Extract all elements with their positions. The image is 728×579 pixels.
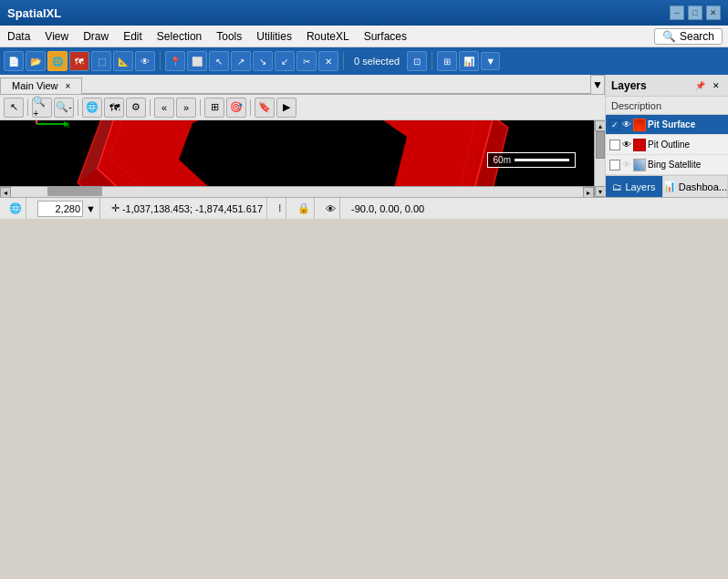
tb-open-btn[interactable]: 📂 bbox=[26, 51, 46, 71]
vt-layers-btn[interactable]: 🗺 bbox=[104, 98, 124, 118]
view-toolbar: ↖ 🔍+ 🔍- 🌐 🗺 ⚙ « » ⊞ 🎯 🔖 ▶ bbox=[0, 95, 605, 120]
vt-sep5 bbox=[250, 99, 251, 116]
vt-bookmark-btn[interactable]: 🔖 bbox=[255, 98, 275, 118]
vt-zoomin-btn[interactable]: 🔍+ bbox=[32, 98, 52, 118]
tb-pin-btn[interactable]: 📍 bbox=[165, 51, 185, 71]
tb-new-btn[interactable]: 📄 bbox=[4, 51, 24, 71]
tb-more-dropdown[interactable]: ▼ bbox=[481, 52, 500, 70]
menu-edit[interactable]: Edit bbox=[116, 26, 150, 47]
vt-sep2 bbox=[78, 99, 78, 116]
tb-cursor-btn[interactable]: ⬚ bbox=[91, 51, 111, 71]
status-lock[interactable]: 🔒 bbox=[294, 198, 315, 219]
tb-map-btn[interactable]: 🗺 bbox=[69, 51, 89, 71]
dashboard-tab[interactable]: 📊 Dashboa... bbox=[663, 176, 728, 197]
main-area: Main View × ▼ ↖ 🔍+ 🔍- 🌐 🗺 ⚙ « » ⊞ 🎯 🔖 ▶ bbox=[0, 75, 728, 197]
tb-select2-btn[interactable]: ↗ bbox=[231, 51, 251, 71]
layer-item-pit-outline[interactable]: 👁 Pit Outline bbox=[606, 135, 728, 155]
h-scroll-track[interactable] bbox=[11, 187, 583, 197]
tb-sq-btn[interactable]: ⬜ bbox=[187, 51, 207, 71]
vt-pointer-btn[interactable]: ↖ bbox=[4, 98, 24, 118]
view-area: Main View × ▼ ↖ 🔍+ 🔍- 🌐 🗺 ⚙ « » ⊞ 🎯 🔖 ▶ bbox=[0, 75, 605, 197]
vt-3d-btn[interactable]: 🎯 bbox=[226, 98, 246, 118]
tb-line-btn[interactable]: 📐 bbox=[113, 51, 133, 71]
layers-bottom-tabs: 🗂 Layers 📊 Dashboa... bbox=[606, 175, 728, 197]
v-scrollbar[interactable]: ▴ ▾ bbox=[594, 120, 605, 197]
h-scroll-left-btn[interactable]: ◂ bbox=[0, 187, 11, 197]
menu-bar: Data View Draw Edit Selection Tools Util… bbox=[0, 26, 728, 47]
vt-next-btn[interactable]: » bbox=[176, 98, 196, 118]
menu-data[interactable]: Data bbox=[0, 26, 37, 47]
status-dots: ⁞ bbox=[275, 198, 286, 219]
tb-select4-btn[interactable]: ↙ bbox=[275, 51, 295, 71]
tb-chart-btn[interactable]: 📊 bbox=[459, 51, 479, 71]
close-button[interactable]: ✕ bbox=[706, 5, 721, 20]
pit-surface-shape bbox=[33, 120, 562, 186]
layer-eye-0[interactable]: 👁 bbox=[622, 119, 631, 129]
layer-icon-1 bbox=[633, 139, 646, 151]
vt-grid-btn[interactable]: ⊞ bbox=[204, 98, 224, 118]
vt-sep3 bbox=[150, 99, 151, 116]
menu-view[interactable]: View bbox=[37, 26, 76, 47]
tb-copy-btn[interactable]: ⊡ bbox=[407, 51, 427, 71]
tab-dropdown-btn[interactable]: ▼ bbox=[590, 75, 605, 94]
toolbar-sep-2 bbox=[343, 52, 344, 70]
layers-description-col: Description bbox=[611, 100, 661, 111]
maximize-button[interactable]: □ bbox=[688, 5, 702, 20]
view-tab-label: Main View bbox=[12, 80, 58, 91]
layers-tab[interactable]: 🗂 Layers bbox=[606, 176, 663, 197]
h-scrollbar[interactable]: ◂ ▸ bbox=[0, 186, 594, 197]
search-bar[interactable]: 🔍 Search bbox=[654, 28, 723, 45]
h-scroll-right-btn[interactable]: ▸ bbox=[583, 187, 594, 197]
v-scroll-thumb[interactable] bbox=[596, 131, 605, 159]
v-scroll-track[interactable] bbox=[595, 131, 605, 186]
dots-icon: ⁞ bbox=[278, 202, 282, 214]
status-coords: ✛ -1,037,138.453; -1,874,451.617 bbox=[108, 198, 267, 219]
v-scroll-down-btn[interactable]: ▾ bbox=[595, 186, 606, 197]
layer-eye-2[interactable]: 👁 bbox=[622, 160, 631, 170]
tb-table-btn[interactable]: ⊞ bbox=[437, 51, 457, 71]
menu-utilities[interactable]: Utilities bbox=[249, 26, 299, 47]
tb-camera-btn[interactable]: 👁 bbox=[135, 51, 155, 71]
menu-tools[interactable]: Tools bbox=[209, 26, 249, 47]
main-canvas[interactable]: x y 60m bbox=[0, 120, 594, 186]
tb-globe-btn[interactable]: 🌐 bbox=[47, 51, 68, 71]
status-globe[interactable]: 🌐 bbox=[5, 198, 26, 219]
vt-settings-btn[interactable]: ⚙ bbox=[126, 98, 146, 118]
h-scroll-thumb[interactable] bbox=[47, 187, 102, 196]
panel-pin-btn[interactable]: 📌 bbox=[693, 79, 706, 92]
tb-select1-btn[interactable]: ↖ bbox=[209, 51, 229, 71]
main-view-tab[interactable]: Main View × bbox=[0, 78, 82, 94]
layer-check-2[interactable] bbox=[609, 160, 620, 171]
layers-panel-title: Layers bbox=[611, 79, 647, 92]
view-tab-close[interactable]: × bbox=[66, 81, 71, 91]
menu-surfaces[interactable]: Surfaces bbox=[357, 26, 414, 47]
menu-selection[interactable]: Selection bbox=[150, 26, 209, 47]
layers-list: ✓ 👁 Pit Surface 👁 Pit Outline 👁 Bing Sat… bbox=[606, 115, 728, 175]
tab-spacer bbox=[82, 93, 590, 94]
title-bar: SpatialXL – □ ✕ bbox=[0, 0, 728, 26]
panel-close-btn[interactable]: ✕ bbox=[710, 79, 723, 92]
app-title: SpatialXL bbox=[7, 6, 61, 20]
v-scroll-up-btn[interactable]: ▴ bbox=[595, 120, 606, 131]
lock-icon: 🔒 bbox=[297, 202, 310, 214]
layer-check-1[interactable] bbox=[609, 140, 620, 150]
menu-routexl[interactable]: RouteXL bbox=[299, 26, 357, 47]
vt-more-btn[interactable]: ▶ bbox=[276, 98, 296, 118]
tb-select3-btn[interactable]: ↘ bbox=[253, 51, 273, 71]
status-screen[interactable]: 👁 bbox=[322, 198, 340, 219]
layer-eye-1[interactable]: 👁 bbox=[622, 140, 631, 150]
vt-globe-btn[interactable]: 🌐 bbox=[82, 98, 102, 118]
vt-sep1 bbox=[27, 99, 28, 116]
tb-delete-btn[interactable]: ✕ bbox=[318, 51, 338, 71]
minimize-button[interactable]: – bbox=[670, 5, 684, 20]
layer-item-pit-surface[interactable]: ✓ 👁 Pit Surface bbox=[606, 115, 728, 135]
zoom-input[interactable] bbox=[37, 201, 83, 217]
vt-prev-btn[interactable]: « bbox=[154, 98, 174, 118]
tb-select5-btn[interactable]: ✂ bbox=[296, 51, 317, 71]
zoom-dropdown[interactable]: ▼ bbox=[86, 203, 96, 214]
vt-zoomout-btn[interactable]: 🔍- bbox=[54, 98, 74, 118]
layer-check-0[interactable]: ✓ bbox=[609, 119, 620, 130]
status-zoom[interactable]: ▼ bbox=[34, 198, 100, 219]
layer-item-bing-satellite[interactable]: 👁 Bing Satellite bbox=[606, 155, 728, 175]
menu-draw[interactable]: Draw bbox=[76, 26, 116, 47]
